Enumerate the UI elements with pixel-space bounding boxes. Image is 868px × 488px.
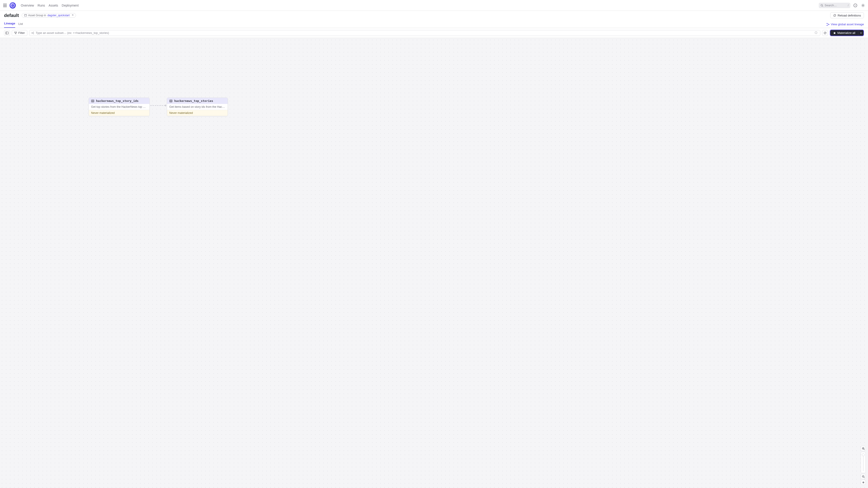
lineage-icon <box>827 23 830 26</box>
asset-node-name: hackernews_top_story_ids <box>96 99 138 103</box>
svg-point-6 <box>827 25 827 26</box>
search-placeholder: Search… <box>825 4 848 7</box>
zoom-controls <box>861 446 866 485</box>
view-global-lineage-label: View global asset lineage <box>831 23 864 26</box>
help-icon[interactable]: ? <box>852 3 858 8</box>
svg-point-7 <box>829 24 829 25</box>
zoom-slider[interactable] <box>861 452 866 473</box>
zoom-out-button[interactable] <box>861 474 866 479</box>
svg-point-5 <box>827 23 827 24</box>
svg-rect-4 <box>24 14 26 17</box>
chip-code-location-link[interactable]: dagster_quickstart <box>48 14 70 17</box>
asset-node-status: Never materialized <box>167 110 228 116</box>
title-row: default Asset Group in dagster_quickstar… <box>0 11 868 20</box>
nav-link-deployment[interactable]: Deployment <box>60 4 81 7</box>
search-icon <box>820 4 823 7</box>
zoom-in-button[interactable] <box>861 446 866 451</box>
refresh-icon <box>824 31 827 35</box>
asset-edge <box>150 105 166 106</box>
materialize-button-group: Materialize all <box>830 30 864 36</box>
hamburger-icon[interactable] <box>2 3 8 8</box>
svg-point-11 <box>33 33 34 34</box>
svg-point-10 <box>33 32 34 33</box>
svg-point-0 <box>821 4 823 6</box>
zoom-slider-handle[interactable] <box>862 453 865 456</box>
svg-rect-8 <box>6 32 8 34</box>
zoom-fit-button[interactable] <box>861 480 866 485</box>
svg-rect-13 <box>169 100 172 102</box>
asset-group-chip[interactable]: Asset Group in dagster_quickstart <box>22 13 76 18</box>
materialize-icon <box>833 31 836 35</box>
asset-subset-input[interactable]: Type an asset subset… (ex: ++hackernews_… <box>29 30 820 36</box>
reload-definitions-label: Reload definitions <box>838 14 861 17</box>
top-navbar: Overview Runs Assets Deployment Search… … <box>0 0 868 11</box>
chevron-down-icon <box>860 32 862 34</box>
dagster-logo-icon[interactable] <box>9 2 16 8</box>
table-icon <box>169 99 173 103</box>
refresh-graph-button[interactable] <box>822 30 828 36</box>
table-icon <box>91 99 94 103</box>
materialize-all-button[interactable]: Materialize all <box>830 30 858 36</box>
materialize-dropdown-button[interactable] <box>858 30 864 36</box>
asset-group-icon <box>24 14 27 17</box>
zoom-fit-icon <box>862 481 865 484</box>
asset-node-name: hackernews_top_stories <box>174 99 213 103</box>
nav-link-runs[interactable]: Runs <box>36 4 47 7</box>
asset-node[interactable]: hackernews_top_stories Get items based o… <box>167 98 228 116</box>
zoom-out-icon <box>862 475 865 478</box>
svg-rect-12 <box>91 100 94 102</box>
svg-point-17 <box>863 482 864 483</box>
nav-link-assets[interactable]: Assets <box>47 4 60 7</box>
asset-subset-placeholder: Type an asset subset… (ex: ++hackernews_… <box>36 31 814 35</box>
asset-node-description: Get top stories from the HackerNews top … <box>89 104 149 110</box>
filter-button[interactable]: Filter <box>12 30 27 36</box>
search-shortcut-hint: / <box>848 4 848 7</box>
reload-icon <box>833 14 836 17</box>
settings-gear-icon[interactable] <box>860 3 866 8</box>
panel-toggle-icon <box>5 31 8 35</box>
zoom-in-icon <box>862 447 865 450</box>
materialize-all-label: Materialize all <box>837 31 855 35</box>
reload-definitions-button[interactable]: Reload definitions <box>830 12 864 18</box>
svg-point-9 <box>31 33 32 33</box>
nav-link-overview[interactable]: Overview <box>19 4 36 7</box>
global-search-input[interactable]: Search… / <box>819 3 850 8</box>
svg-point-3 <box>862 5 864 6</box>
svg-text:?: ? <box>855 4 856 6</box>
subset-help-icon[interactable]: ⓘ <box>814 31 818 35</box>
lineage-canvas[interactable]: hackernews_top_story_ids Get top stories… <box>0 38 868 488</box>
page-title: default <box>4 13 19 18</box>
tab-list[interactable]: List <box>18 22 23 28</box>
asset-node-status: Never materialized <box>89 110 149 116</box>
open-external-icon <box>71 14 73 17</box>
tab-lineage[interactable]: Lineage <box>4 22 15 28</box>
asset-node-description: Get items based on story ids from the Ha… <box>167 104 228 110</box>
filter-label: Filter <box>18 31 25 35</box>
asset-node[interactable]: hackernews_top_story_ids Get top stories… <box>89 98 150 116</box>
toggle-sidebar-button[interactable] <box>4 30 10 36</box>
toolbar-row: Filter Type an asset subset… (ex: ++hack… <box>0 28 868 38</box>
tabs-row: Lineage List View global asset lineage <box>0 20 868 28</box>
filter-icon <box>14 32 17 34</box>
view-global-lineage-link[interactable]: View global asset lineage <box>827 23 864 28</box>
graph-icon <box>31 31 34 35</box>
chip-prefix: Asset Group in <box>28 14 46 17</box>
